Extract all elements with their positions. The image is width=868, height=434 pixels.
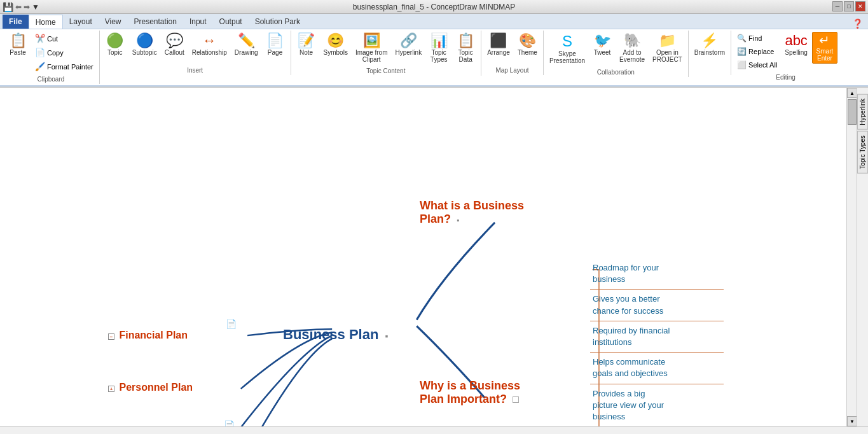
tweet-button[interactable]: 🐦 Tweet [589,32,615,58]
clipboard-small-group: ✂️ Cut 📄 Copy 🖌️ Format Painter [32,32,97,73]
subtopic-button[interactable]: 🔵 Subtopic [129,32,160,58]
question-why[interactable]: Why is a BusinessPlan Important? [420,379,520,406]
spelling-button[interactable]: abc Spelling [782,32,811,58]
topic-content-group: 📝 Note 😊 Symbols 🖼️ Image from Clipart 🔗… [291,31,482,76]
question-what[interactable]: What is a BusinessPlan? ▪ [420,199,524,226]
editing-label: Editing [776,71,796,81]
smart-enter-button[interactable]: ↵ Smart Enter [812,32,837,64]
drawing-button[interactable]: ✏️ Drawing [231,32,261,58]
brainstorm-buttons: ⚡ Brainstorm [691,32,728,64]
close-button[interactable]: ✕ [855,1,865,11]
expand-personnel[interactable]: + [108,386,114,392]
central-topic[interactable]: Business Plan ▪ [283,326,388,343]
tab-input[interactable]: Input [183,15,213,29]
collaboration-label: Collaboration [597,66,635,76]
select-all-button[interactable]: ⬜ Select All [734,59,780,71]
insert-label: Insert [187,64,203,74]
tab-bar: File Home Layout View Presentation Input… [0,14,868,29]
format-painter-button[interactable]: 🖌️ Format Painter [32,60,97,73]
sub-items-container: Roadmap for yourbusiness Gives you a bet… [590,258,724,426]
scroll-down-button[interactable]: ▼ [847,416,857,426]
topic-content-buttons: 📝 Note 😊 Symbols 🖼️ Image from Clipart 🔗… [294,32,479,65]
copy-button[interactable]: 📄 Copy [32,46,97,59]
insert-group: 🟢 Topic 🔵 Subtopic 💬 Callout ↔ Relations… [100,31,291,75]
note-button[interactable]: 📝 Note [294,32,319,58]
clipboard-label: Clipboard [37,73,64,83]
tab-file[interactable]: File [3,15,29,29]
canvas[interactable]: Business Plan ▪ − Financial Plan 📄 + Per… [0,88,846,426]
status-bar [0,426,868,434]
skype-button[interactable]: S Skype Presentation [546,32,588,66]
main-area: Business Plan ▪ − Financial Plan 📄 + Per… [0,88,868,426]
theme-button[interactable]: 🎨 Theme [514,32,541,58]
tab-solution-park[interactable]: Solution Park [249,15,307,29]
collaboration-group: S Skype Presentation 🐦 Tweet 🐘 Add to Ev… [544,31,689,77]
maximize-button[interactable]: □ [844,1,854,11]
branch-personnel-plan[interactable]: + Personnel Plan [108,382,193,393]
tab-output[interactable]: Output [213,15,249,29]
topic-data-button[interactable]: 📋 Topic Data [453,32,478,65]
help-icon[interactable]: ❓ [852,18,863,29]
callout-button[interactable]: 💬 Callout [162,32,188,58]
evernote-button[interactable]: 🐘 Add to Evernote [616,32,648,65]
note-marketing: 📄 [224,420,235,426]
sub-item-roadmap[interactable]: Roadmap for yourbusiness [590,258,724,290]
topic-types-button[interactable]: 📊 Topic Types [426,32,451,65]
tab-presentation[interactable]: Presentation [128,15,183,29]
scrollbar: ▲ ▼ [846,88,857,426]
page-button[interactable]: 📄 Page [263,32,288,58]
branch-financial-plan[interactable]: − Financial Plan [108,330,188,341]
insert-buttons: 🟢 Topic 🔵 Subtopic 💬 Callout ↔ Relations… [102,32,288,64]
editing-group: 🔍 Find 🔄 Replace ⬜ Select All abc Spelli… [731,31,840,82]
editing-buttons: 🔍 Find 🔄 Replace ⬜ Select All abc Spelli… [734,32,837,71]
right-tab-topic-types[interactable]: Topic Types [857,131,868,174]
sub-item-big-picture[interactable]: Provides a bigpicture view of yourbusine… [590,384,724,427]
image-clipart-button[interactable]: 🖼️ Image from Clipart [352,32,391,65]
find-button[interactable]: 🔍 Find [734,32,780,45]
expand-financial[interactable]: − [108,333,114,340]
tab-layout[interactable]: Layout [63,15,99,29]
map-layout-group: ⬛ Arrange 🎨 Theme Map Layout [481,31,544,75]
brainstorm-button[interactable]: ⚡ Brainstorm [691,32,728,58]
right-panel: Hyperlink Topic Types [857,88,868,426]
arrange-button[interactable]: ⬛ Arrange [484,32,513,58]
tab-home[interactable]: Home [29,15,63,29]
brainstorm-group: ⚡ Brainstorm [689,31,731,75]
find-replace-group: 🔍 Find 🔄 Replace ⬜ Select All [734,32,780,71]
note-financial: 📄 [226,319,237,329]
hyperlink-button[interactable]: 🔗 Hyperlink [392,32,425,58]
relationship-button[interactable]: ↔ Relationship [189,32,230,58]
ribbon-content: 📋 Paste ✂️ Cut 📄 Copy 🖌️ Format Painter [0,29,868,87]
right-tab-hyperlink[interactable]: Hyperlink [857,94,868,130]
tab-view[interactable]: View [99,15,128,29]
map-layout-label: Map Layout [495,64,528,74]
symbols-button[interactable]: 😊 Symbols [320,32,351,58]
sub-item-financial[interactable]: Required by financialinstitutions [590,321,724,353]
sub-item-better-chance[interactable]: Gives you a betterchance for success [590,290,724,321]
scroll-up-button[interactable]: ▲ [847,88,857,98]
collaboration-buttons: S Skype Presentation 🐦 Tweet 🐘 Add to Ev… [546,32,685,66]
sub-item-communicate[interactable]: Helps communicategoals and objectives [590,353,724,384]
clipboard-group: 📋 Paste ✂️ Cut 📄 Copy 🖌️ Format Painter [3,31,100,84]
title-text: businessplan_final_5 - ConceptDraw MINDM… [353,3,515,11]
paste-button[interactable]: 📋 Paste [5,32,31,58]
map-layout-buttons: ⬛ Arrange 🎨 Theme [484,32,541,64]
topic-button[interactable]: 🟢 Topic [102,32,128,58]
open-project-button[interactable]: 📁 Open in PROJECT [649,32,685,65]
clipboard-buttons: 📋 Paste ✂️ Cut 📄 Copy 🖌️ Format Painter [5,32,97,73]
title-bar-controls[interactable]: ─ □ ✕ [832,1,865,11]
quick-access: 💾 ⬅ ➡ ▼ [0,0,42,14]
replace-button[interactable]: 🔄 Replace [734,45,780,58]
minimize-button[interactable]: ─ [832,1,843,11]
brainstorm-label [709,64,711,74]
topic-content-label: Topic Content [366,65,405,74]
ribbon: File Home Layout View Presentation Input… [0,14,868,88]
title-bar: 💾 ⬅ ➡ ▼ businessplan_final_5 - ConceptDr… [0,0,868,14]
scroll-track[interactable] [847,98,857,416]
cut-button[interactable]: ✂️ Cut [32,32,97,45]
